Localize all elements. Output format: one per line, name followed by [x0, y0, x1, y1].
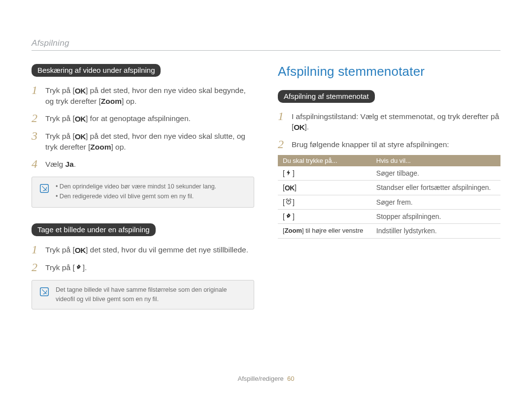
- step-number: 1: [278, 110, 287, 122]
- left-column: Beskæring af video under afspilning 1 Tr…: [32, 64, 254, 309]
- ok-icon: OK: [285, 184, 295, 192]
- table-cell-key: [ ]: [278, 195, 371, 209]
- note-item: Den oprindelige video bør være mindst 10…: [56, 182, 216, 191]
- page-footer: Afspille/redigere 60: [0, 375, 532, 382]
- table-row: [ ] Søger frem.: [278, 195, 500, 209]
- macro-flower-icon: [75, 264, 83, 271]
- controls-table: Du skal trykke på... Hvis du vil... [ ] …: [278, 155, 500, 239]
- table-row: [ ] Stopper afspilningen.: [278, 209, 500, 223]
- section-heading: Afspilning stemmenotater: [278, 64, 500, 79]
- step-item: 4 Vælg Ja.: [32, 157, 254, 170]
- table-cell-key: [OK]: [278, 180, 371, 195]
- step-number: 4: [32, 157, 40, 170]
- svg-point-4: [288, 215, 289, 216]
- ok-icon: OK: [75, 132, 86, 142]
- table-cell-key: [ ]: [278, 166, 371, 181]
- step-text: Vælg Ja.: [45, 157, 76, 170]
- self-timer-icon: [285, 198, 293, 205]
- table-header: Du skal trykke på...: [278, 155, 371, 166]
- table-cell-key: [ ]: [278, 209, 371, 223]
- table-cell-desc: Stopper afspilningen.: [371, 209, 500, 223]
- footer-text: Afspille/redigere: [238, 375, 284, 382]
- ok-icon: OK: [75, 86, 86, 96]
- ok-icon: OK: [294, 123, 304, 133]
- table-cell-desc: Standser eller fortsætter afspilningen.: [371, 180, 500, 195]
- step-number: 1: [32, 84, 40, 96]
- step-text: Tryk på [ ].: [45, 261, 87, 273]
- flash-icon: [285, 169, 293, 176]
- step-text: Tryk på [OK] på det sted, hvor den nye v…: [45, 129, 254, 153]
- table-header: Hvis du vil...: [371, 155, 500, 166]
- table-row: [OK] Standser eller fortsætter afspilnin…: [278, 180, 500, 195]
- step-text: Tryk på [OK] for at genoptage afspilning…: [45, 112, 191, 124]
- note-text: Det tagne billede vil have samme filstør…: [56, 285, 247, 304]
- step-text: Tryk på [OK] det sted, hvor du vil gemme…: [45, 243, 248, 256]
- section-pill-capture: Tage et billede under en afspilning: [32, 223, 156, 236]
- step-number: 3: [32, 129, 40, 142]
- table-cell-desc: Søger frem.: [371, 195, 500, 209]
- info-icon: [39, 286, 50, 297]
- page-header: Afspilning: [32, 38, 500, 51]
- table-cell-desc: Søger tilbage.: [371, 166, 500, 181]
- svg-point-1: [78, 266, 79, 267]
- table-row: [ ] Søger tilbage.: [278, 166, 500, 181]
- ok-icon: OK: [75, 114, 86, 124]
- breadcrumb: Afspilning: [32, 38, 500, 48]
- step-text: Brug følgende knapper til at styre afspi…: [292, 138, 449, 150]
- step-text: I afspilningstilstand: Vælg et stemmenot…: [292, 110, 500, 133]
- section-pill-crop: Beskæring af video under afspilning: [32, 64, 161, 77]
- info-icon: [39, 183, 50, 194]
- step-text: Tryk på [OK] på det sted, hvor den nye v…: [45, 84, 254, 107]
- note-box: Den oprindelige video bør være mindst 10…: [32, 177, 254, 208]
- step-item: 2 Tryk på [OK] for at genoptage afspilni…: [32, 112, 254, 124]
- step-item: 2 Brug følgende knapper til at styre afs…: [278, 138, 500, 150]
- right-column: Afspilning stemmenotater Afspilning af s…: [278, 64, 500, 309]
- ok-icon: OK: [75, 246, 86, 256]
- note-box: Det tagne billede vil have samme filstør…: [32, 280, 254, 309]
- step-item: 1 Tryk på [OK] på det sted, hvor den nye…: [32, 84, 254, 107]
- note-item: Den redigerede video vil blive gemt som …: [56, 192, 216, 201]
- note-list: Den oprindelige video bør være mindst 10…: [56, 182, 216, 203]
- header-rule: [32, 50, 500, 51]
- table-cell-desc: Indstiller lydstyrken.: [371, 223, 500, 238]
- step-item: 2 Tryk på [ ].: [32, 261, 254, 273]
- page-number: 60: [287, 375, 294, 382]
- step-number: 2: [278, 138, 287, 150]
- section-pill-voice: Afspilning af stemmenotat: [278, 90, 375, 103]
- step-item: 1 I afspilningstilstand: Vælg et stemmen…: [278, 110, 500, 133]
- step-number: 2: [32, 261, 40, 273]
- step-number: 1: [32, 243, 40, 255]
- step-number: 2: [32, 112, 40, 124]
- macro-flower-icon: [285, 213, 293, 219]
- step-item: 1 Tryk på [OK] det sted, hvor du vil gem…: [32, 243, 254, 256]
- table-cell-key: [Zoom] til højre eller venstre: [278, 223, 371, 238]
- table-row: [Zoom] til højre eller venstre Indstille…: [278, 223, 500, 238]
- step-item: 3 Tryk på [OK] på det sted, hvor den nye…: [32, 129, 254, 153]
